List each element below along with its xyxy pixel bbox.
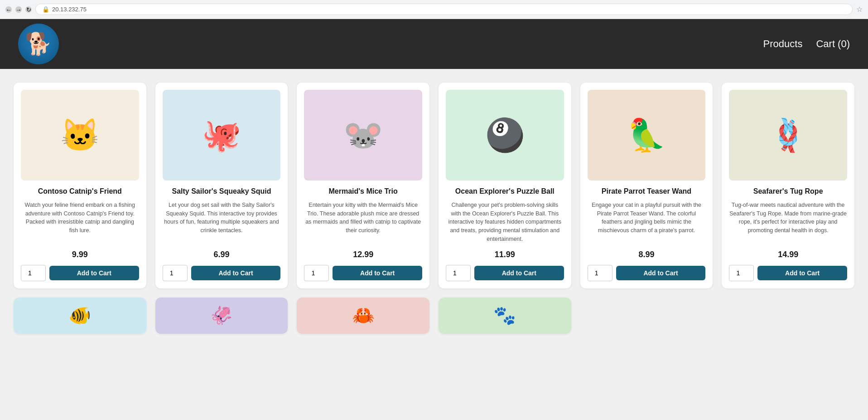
product-card-partial: 🦑 — [155, 298, 288, 334]
cart-nav-link[interactable]: Cart (0) — [816, 38, 850, 50]
security-icon: 🔒 — [42, 6, 49, 13]
product-card: 🦜 Pirate Parrot Teaser Wand Engage your … — [580, 83, 713, 288]
product-name: Seafarer's Tug Rope — [729, 187, 847, 196]
add-to-cart-row: Add to Cart — [304, 265, 422, 281]
partial-product-image: 🐠 — [14, 298, 146, 334]
product-card: 🪢 Seafarer's Tug Rope Tug-of-war meets n… — [722, 83, 854, 288]
product-image-container: 🦜 — [588, 90, 706, 181]
product-card: 🐙 Salty Sailor's Squeaky Squid Let your … — [155, 83, 288, 288]
product-description: Tug-of-war meets nautical adventure with… — [729, 201, 847, 244]
product-card-partial: 🐾 — [439, 298, 571, 334]
add-to-cart-row: Add to Cart — [21, 265, 139, 281]
partial-product-image: 🦀 — [297, 298, 429, 334]
back-button[interactable]: ← — [5, 6, 12, 13]
product-image: 🐱 — [21, 90, 139, 181]
star-icon[interactable]: ☆ — [856, 5, 863, 14]
product-name: Salty Sailor's Squeaky Squid — [163, 187, 281, 196]
product-card-partial: 🦀 — [297, 298, 429, 334]
add-to-cart-row: Add to Cart — [163, 265, 281, 281]
browser-chrome: ← → ↻ 🔒 20.13.232.75 ☆ — [0, 0, 868, 19]
add-to-cart-button[interactable]: Add to Cart — [757, 266, 847, 280]
product-price: 9.99 — [21, 250, 139, 259]
quantity-input[interactable] — [588, 265, 612, 281]
product-price: 12.99 — [304, 250, 422, 259]
product-description: Watch your feline friend embark on a fis… — [21, 201, 139, 244]
product-image: 🐙 — [163, 90, 281, 181]
main-content: 🐱 Contoso Catnip's Friend Watch your fel… — [0, 69, 868, 420]
product-description: Challenge your pet's problem-solving ski… — [446, 201, 564, 244]
url-text: 20.13.232.75 — [52, 6, 87, 13]
partial-product-image: 🦑 — [155, 298, 288, 334]
products-nav-link[interactable]: Products — [763, 38, 803, 50]
product-image-container: 🐭 — [304, 90, 422, 181]
product-image-container: 🪢 — [729, 90, 847, 181]
product-description: Let your dog set sail with the Salty Sai… — [163, 201, 281, 244]
product-price: 14.99 — [729, 250, 847, 259]
product-name: Ocean Explorer's Puzzle Ball — [446, 187, 564, 196]
add-to-cart-row: Add to Cart — [729, 265, 847, 281]
product-name: Pirate Parrot Teaser Wand — [588, 187, 706, 196]
product-grid-partial: 🐠🦑🦀🐾 — [14, 298, 854, 334]
partial-product-image: 🐾 — [439, 298, 571, 334]
product-image: 🦜 — [588, 90, 706, 181]
product-description: Entertain your kitty with the Mermaid's … — [304, 201, 422, 244]
product-image-container: 🐙 — [163, 90, 281, 181]
product-image: 🐭 — [304, 90, 422, 181]
site-header: 🐕 Products Cart (0) — [0, 19, 868, 69]
product-name: Mermaid's Mice Trio — [304, 187, 422, 196]
product-name: Contoso Catnip's Friend — [21, 187, 139, 196]
add-to-cart-row: Add to Cart — [588, 265, 706, 281]
add-to-cart-row: Add to Cart — [446, 265, 564, 281]
logo-image: 🐕 — [18, 24, 59, 64]
product-grid: 🐱 Contoso Catnip's Friend Watch your fel… — [14, 83, 854, 288]
product-card: 🐭 Mermaid's Mice Trio Entertain your kit… — [297, 83, 429, 288]
product-price: 8.99 — [588, 250, 706, 259]
product-price: 11.99 — [446, 250, 564, 259]
product-price: 6.99 — [163, 250, 281, 259]
add-to-cart-button[interactable]: Add to Cart — [191, 266, 281, 280]
quantity-input[interactable] — [446, 265, 471, 281]
product-image-container: 🐱 — [21, 90, 139, 181]
product-card: 🎱 Ocean Explorer's Puzzle Ball Challenge… — [439, 83, 571, 288]
logo-emoji: 🐕 — [25, 31, 52, 57]
address-bar[interactable]: 🔒 20.13.232.75 — [35, 4, 853, 15]
quantity-input[interactable] — [163, 265, 188, 281]
product-card: 🐱 Contoso Catnip's Friend Watch your fel… — [14, 83, 146, 288]
add-to-cart-button[interactable]: Add to Cart — [474, 266, 564, 280]
quantity-input[interactable] — [304, 265, 329, 281]
nav-links: Products Cart (0) — [763, 38, 850, 50]
add-to-cart-button[interactable]: Add to Cart — [616, 266, 706, 280]
quantity-input[interactable] — [729, 265, 754, 281]
product-image: 🎱 — [446, 90, 564, 181]
forward-button[interactable]: → — [15, 6, 22, 13]
logo-area: 🐕 — [18, 24, 59, 64]
product-image-container: 🎱 — [446, 90, 564, 181]
product-card-partial: 🐠 — [14, 298, 146, 334]
add-to-cart-button[interactable]: Add to Cart — [49, 266, 139, 280]
product-description: Engage your cat in a playful pursuit wit… — [588, 201, 706, 244]
quantity-input[interactable] — [21, 265, 46, 281]
product-image: 🪢 — [729, 90, 847, 181]
refresh-button[interactable]: ↻ — [25, 6, 32, 13]
add-to-cart-button[interactable]: Add to Cart — [333, 266, 422, 280]
